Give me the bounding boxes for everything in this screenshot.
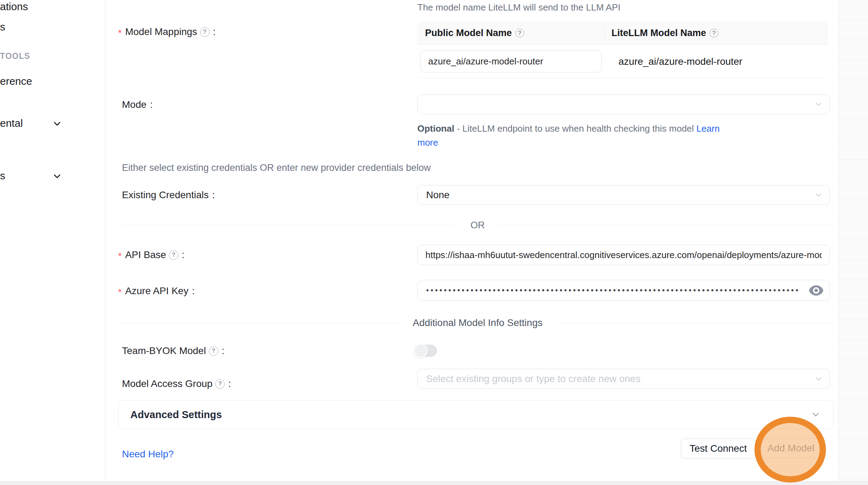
eye-icon[interactable]: [808, 285, 824, 296]
label-colon: :: [192, 285, 195, 297]
chevron-down-icon[interactable]: [53, 119, 62, 128]
api-base-label-text: API Base: [125, 249, 166, 261]
chevron-down-icon: [814, 100, 823, 109]
azure-api-key-label-text: Azure API Key: [125, 285, 189, 297]
help-question-icon[interactable]: ?: [710, 29, 718, 37]
model-name-helper-text: The model name LiteLLM will send to the …: [417, 2, 621, 13]
help-question-icon[interactable]: ?: [215, 379, 225, 389]
label-colon: :: [150, 99, 153, 110]
advanced-settings-panel[interactable]: Advanced Settings: [118, 400, 833, 429]
sidebar-item-ental[interactable]: ental: [0, 117, 23, 129]
divider-line: [122, 225, 455, 226]
model-access-group-select[interactable]: Select existing groups or type to create…: [417, 369, 830, 389]
existing-credentials-select[interactable]: None: [417, 185, 830, 205]
public-model-name-header-text: Public Model Name: [425, 28, 512, 39]
or-text: OR: [471, 220, 485, 231]
chevron-down-icon[interactable]: [53, 172, 62, 181]
label-colon: :: [212, 189, 215, 201]
azure-api-key-input[interactable]: ••••••••••••••••••••••••••••••••••••••••…: [417, 280, 830, 301]
sidebar-section-tools: TOOLS: [0, 51, 30, 61]
team-byok-label: Team-BYOK Model ? :: [122, 345, 224, 356]
or-divider: OR: [122, 220, 833, 231]
add-model-form-screen: ations s TOOLS erence ental s The model …: [0, 0, 868, 485]
masked-api-key: ••••••••••••••••••••••••••••••••••••••••…: [426, 280, 805, 300]
bottom-page-strip: [0, 481, 868, 485]
label-colon: :: [228, 378, 231, 389]
model-access-group-label-text: Model Access Group: [122, 378, 212, 389]
team-byok-label-text: Team-BYOK Model: [122, 345, 206, 356]
model-mappings-table: Public Model Name ? LiteLLM Model Name ?…: [417, 22, 828, 78]
sidebar-item-s2[interactable]: s: [0, 170, 5, 182]
mode-label: Mode :: [122, 99, 153, 110]
need-help-link[interactable]: Need Help?: [122, 449, 174, 460]
label-colon: :: [222, 345, 225, 356]
help-question-icon[interactable]: ?: [515, 29, 524, 37]
add-model-card: The model name LiteLLM will send to the …: [105, 0, 838, 481]
public-model-name-input[interactable]: [420, 50, 602, 72]
help-question-icon[interactable]: ?: [169, 250, 178, 260]
mode-help-text: Optional - LiteLLM endpoint to use when …: [417, 122, 726, 150]
sidebar-item-ations[interactable]: ations: [0, 1, 28, 13]
mode-select[interactable]: [417, 95, 830, 114]
label-colon: :: [182, 249, 185, 261]
api-base-input[interactable]: [417, 245, 830, 265]
divider-line: [558, 323, 833, 323]
required-asterisk: *: [118, 28, 122, 39]
model-access-group-placeholder: Select existing groups or type to create…: [426, 373, 641, 384]
label-colon: :: [213, 26, 216, 37]
additional-settings-divider-text: Additional Model Info Settings: [413, 317, 542, 328]
column-header-public-model-name: Public Model Name ?: [417, 28, 604, 39]
additional-settings-divider: Additional Model Info Settings: [122, 317, 833, 328]
help-question-icon[interactable]: ?: [200, 27, 210, 37]
divider-line: [122, 323, 397, 323]
azure-api-key-label: * Azure API Key :: [118, 285, 194, 297]
existing-credentials-label: Existing Credentials :: [122, 189, 215, 201]
litellm-model-name-value: azure_ai/azure-model-router: [611, 45, 742, 78]
chevron-down-icon: [811, 409, 821, 420]
existing-credentials-label-text: Existing Credentials: [122, 189, 209, 201]
column-divider: [604, 27, 605, 40]
existing-credentials-value: None: [426, 189, 450, 201]
table-header-row: Public Model Name ? LiteLLM Model Name ?: [417, 22, 828, 45]
table-row: azure_ai/azure-model-router: [417, 45, 828, 78]
model-access-group-label: Model Access Group ? :: [122, 378, 231, 389]
help-question-icon[interactable]: ?: [209, 346, 218, 356]
required-asterisk: *: [118, 287, 122, 298]
model-mappings-label-text: Model Mappings: [125, 26, 197, 37]
team-byok-toggle[interactable]: [415, 345, 437, 357]
chevron-down-icon: [814, 190, 823, 200]
model-mappings-label: * Model Mappings ? :: [118, 26, 216, 37]
add-model-button[interactable]: Add Model: [760, 438, 822, 458]
column-header-litellm-model-name: LiteLLM Model Name ?: [604, 28, 718, 39]
required-asterisk: *: [118, 251, 122, 262]
credentials-note: Either select existing credentials OR en…: [122, 162, 431, 173]
toggle-knob: [414, 344, 428, 358]
page-background-strip: [838, 0, 868, 481]
sidebar: ations s TOOLS erence ental s: [0, 0, 105, 481]
mode-label-text: Mode: [122, 99, 146, 110]
test-connect-button[interactable]: Test Connect: [681, 438, 756, 459]
litellm-model-name-header-text: LiteLLM Model Name: [611, 28, 706, 39]
chevron-down-icon: [814, 374, 823, 383]
optional-bold-text: Optional: [417, 123, 454, 134]
mode-help-body: - LiteLLM endpoint to use when health ch…: [454, 123, 696, 134]
api-base-label: * API Base ? :: [118, 249, 185, 261]
advanced-settings-title: Advanced Settings: [130, 409, 222, 421]
sidebar-item-s1[interactable]: s: [0, 21, 5, 33]
sidebar-item-erence[interactable]: erence: [0, 75, 32, 87]
divider-line: [500, 225, 833, 226]
